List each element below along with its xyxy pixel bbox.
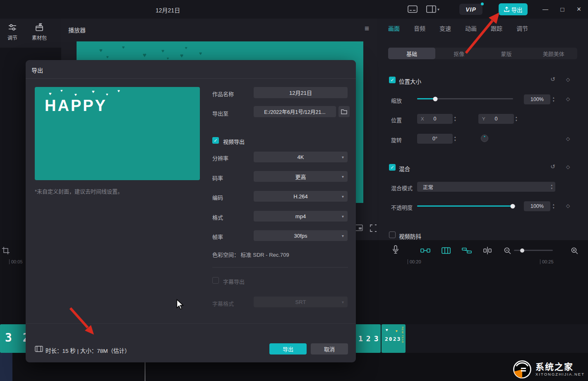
framerate-dropdown[interactable]: 30fps ▾ — [254, 230, 348, 241]
opacity-stepper[interactable]: ▴▾ — [553, 201, 554, 211]
stabilize-checkbox[interactable] — [389, 231, 396, 238]
cover-preview[interactable]: HAPPY ♥ ♥ ♥ ♥ ♥ ♥ — [35, 87, 200, 180]
name-input[interactable]: 12月21日 — [254, 87, 348, 98]
heart-icon: ♥ — [185, 46, 187, 50]
tool-adjust[interactable]: 调节 — [0, 23, 25, 41]
keyframe-icon[interactable]: ◇ — [566, 77, 570, 82]
divider — [212, 267, 348, 268]
keyframe-icon[interactable]: ◇ — [566, 203, 570, 209]
clip-deco-text: NEW YEAR — [401, 327, 404, 343]
clip-art-text: 2023 — [385, 336, 401, 342]
format-dropdown[interactable]: mp4 ▾ — [254, 211, 348, 222]
rotate-field[interactable]: 0° — [417, 134, 453, 144]
tab-speed[interactable]: 变速 — [439, 24, 451, 32]
player-title: 播放器 — [68, 26, 86, 34]
scale-slider[interactable] — [417, 98, 513, 99]
dialog-export-button[interactable]: 导出 — [269, 343, 307, 354]
subtab-keying[interactable]: 抠像 — [435, 48, 482, 59]
vip-dot — [481, 2, 484, 5]
titlebar-export-button[interactable]: 导出 — [499, 3, 528, 15]
cover-note: *未自定义封面，建议去时间线设置。 — [35, 187, 123, 195]
picture-in-picture-icon[interactable] — [355, 224, 363, 232]
stabilize-label: 视频防抖 — [399, 232, 421, 240]
keyframe-icon[interactable]: ◇ — [566, 96, 570, 102]
tab-tracking[interactable]: 跟踪 — [491, 24, 502, 32]
blend-mode-dropdown[interactable]: 正常 ▴▾ — [417, 182, 555, 192]
tab-picture[interactable]: 画面 — [388, 24, 400, 32]
divider — [26, 323, 356, 324]
subtitle-export-checkbox[interactable] — [212, 277, 219, 284]
path-value: E:/2022年6月1号/12月21... — [264, 108, 326, 116]
stepper-down-icon: ▾ — [454, 139, 456, 142]
vip-label: VIP — [466, 6, 476, 13]
scale-value-text: 100% — [530, 96, 544, 102]
check-icon: ✓ — [390, 165, 394, 170]
tab-animation[interactable]: 动画 — [465, 24, 477, 32]
scale-value[interactable]: 100% — [524, 94, 550, 104]
position-y-field[interactable]: Y 0 — [478, 114, 514, 124]
timeline-zoom-slider[interactable] — [514, 250, 553, 251]
layout-icon[interactable]: ▾ — [426, 4, 439, 14]
subtab-beauty[interactable]: 美颜美体 — [530, 48, 577, 59]
opacity-slider[interactable] — [417, 205, 516, 207]
linkage-icon[interactable] — [462, 246, 472, 256]
tool-material-pack[interactable]: 素材包 — [27, 23, 52, 41]
property-tabs: 画面 音频 变速 动画 跟踪 调节 — [388, 24, 528, 32]
close-button[interactable]: × — [573, 3, 585, 15]
split-icon[interactable] — [483, 246, 492, 256]
timeline-clip[interactable]: 123 — [355, 324, 381, 353]
format-label: 格式 — [212, 213, 223, 221]
microphone-icon[interactable] — [392, 245, 399, 256]
dropdown-value: 更高 — [295, 173, 306, 181]
tool-label: 调节 — [7, 34, 17, 41]
position-y-stepper[interactable]: ▴▾ — [516, 114, 517, 124]
audio-clip-fragment[interactable] — [0, 353, 12, 381]
subtab-basic[interactable]: 基础 — [388, 48, 435, 59]
position-size-title: 位置大小 — [399, 77, 421, 85]
tab-audio[interactable]: 音频 — [414, 24, 425, 32]
properties-panel: 画面 音频 变速 动画 跟踪 调节 基础 抠像 蒙版 美颜美体 ✓ 位置大小 ↺… — [377, 19, 588, 240]
rotate-stepper[interactable]: ▴▾ — [454, 134, 456, 144]
vip-badge[interactable]: VIP — [459, 4, 482, 15]
player-menu-icon[interactable]: ≡ — [365, 24, 369, 33]
name-value: 12月21日 — [289, 89, 312, 96]
stepper-up-icon: ▴ — [553, 203, 554, 206]
position-x-field[interactable]: X 0 — [417, 114, 453, 124]
position-label: 位置 — [391, 116, 402, 124]
reset-icon[interactable]: ↺ — [550, 76, 555, 82]
video-export-checkbox[interactable]: ✓ — [212, 137, 219, 144]
check-icon: ✓ — [390, 78, 394, 82]
crop-icon[interactable] — [2, 246, 10, 256]
main-track-magnet-icon[interactable] — [420, 246, 430, 256]
captions-icon[interactable] — [408, 4, 418, 14]
tab-adjust[interactable]: 调节 — [516, 24, 528, 32]
position-size-checkbox[interactable]: ✓ — [389, 77, 396, 83]
rotation-dial[interactable] — [481, 135, 488, 142]
dialog-cancel-button[interactable]: 取消 — [311, 343, 348, 354]
zoom-in-icon[interactable] — [571, 247, 578, 256]
resolution-dropdown[interactable]: 4K ▾ — [254, 152, 348, 162]
keyframe-icon[interactable]: ◇ — [566, 164, 570, 170]
browse-folder-button[interactable] — [338, 106, 350, 117]
codec-dropdown[interactable]: H.264 ▾ — [254, 191, 348, 202]
scale-stepper[interactable]: ▴▾ — [553, 94, 554, 104]
opacity-value[interactable]: 100% — [524, 201, 550, 211]
minimize-button[interactable]: — — [539, 3, 552, 15]
blend-checkbox[interactable]: ✓ — [389, 164, 396, 171]
reset-icon[interactable]: ↺ — [550, 163, 555, 170]
dropdown-stepper: ▴▾ — [551, 182, 552, 192]
heart-icon: ♥ — [92, 89, 95, 94]
zoom-out-icon[interactable] — [504, 247, 511, 256]
subtab-mask[interactable]: 蒙版 — [483, 48, 530, 59]
export-icon — [504, 7, 509, 12]
scale-label: 缩放 — [391, 96, 402, 104]
bitrate-dropdown[interactable]: 更高 ▾ — [254, 171, 348, 182]
position-x-stepper[interactable]: ▴▾ — [454, 114, 456, 124]
ruler-tick: 00:25 — [540, 259, 554, 264]
y-value: 0 — [495, 116, 498, 122]
keyframe-icon[interactable]: ◇ — [566, 136, 570, 142]
maximize-button[interactable]: □ — [556, 3, 569, 15]
path-input[interactable]: E:/2022年6月1号/12月21... — [254, 106, 336, 117]
timeline-clip[interactable]: 2023 NEW YEAR ♥ ♥ — [382, 324, 406, 353]
auto-snap-icon[interactable] — [441, 246, 451, 256]
